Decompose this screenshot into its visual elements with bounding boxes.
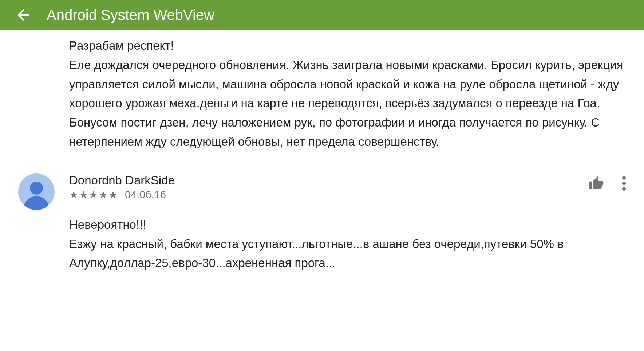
rating-row: ★★★★★ 04.06.16 — [69, 189, 175, 201]
svg-point-2 — [622, 187, 626, 191]
thumb-up-icon — [589, 176, 604, 191]
reviews-list: Разрабам респект! Еле дождался очередног… — [0, 30, 644, 273]
more-vertical-icon — [622, 176, 626, 191]
review-body: Еле дождался очередного обновления. Жизн… — [69, 56, 626, 152]
avatar-placeholder-icon — [30, 182, 43, 195]
review-title: Разрабам респект! — [69, 36, 626, 56]
reviewer-name: Donordnb DarkSide — [69, 173, 175, 187]
review-title: Невероятно!!! — [69, 215, 626, 235]
review-body: Езжу на красный, бабки места уступают...… — [69, 235, 626, 273]
svg-point-1 — [622, 182, 626, 185]
svg-point-0 — [622, 176, 626, 180]
helpful-button[interactable] — [589, 176, 604, 192]
review-actions — [589, 173, 626, 192]
page-title: Android System WebView — [47, 7, 214, 23]
avatar-placeholder-icon — [24, 196, 49, 210]
back-arrow-icon — [15, 6, 32, 24]
review-item: Разрабам респект! Еле дождался очередног… — [0, 30, 644, 166]
review-date: 04.06.16 — [125, 189, 166, 201]
review-meta: Donordnb DarkSide ★★★★★ 04.06.16 — [69, 173, 175, 201]
app-header: Android System WebView — [0, 0, 644, 30]
back-button[interactable] — [15, 6, 32, 24]
more-options-button[interactable] — [622, 176, 626, 192]
star-rating: ★★★★★ — [69, 189, 118, 201]
review-content: Donordnb DarkSide ★★★★★ 04.06.16 — [69, 173, 626, 273]
review-header: Donordnb DarkSide ★★★★★ 04.06.16 — [69, 173, 626, 201]
reviewer-avatar[interactable] — [18, 173, 55, 210]
review-item: Donordnb DarkSide ★★★★★ 04.06.16 — [0, 166, 644, 273]
